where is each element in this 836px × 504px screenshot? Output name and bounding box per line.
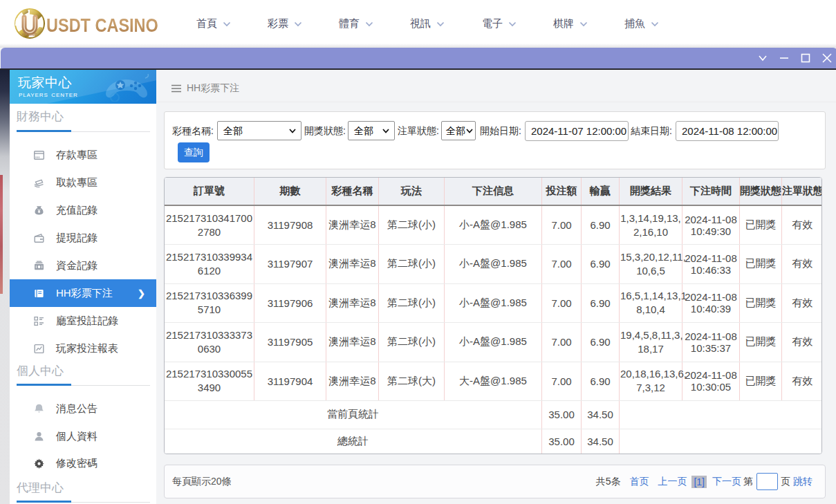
svg-text:CASINO: CASINO [22, 32, 37, 37]
